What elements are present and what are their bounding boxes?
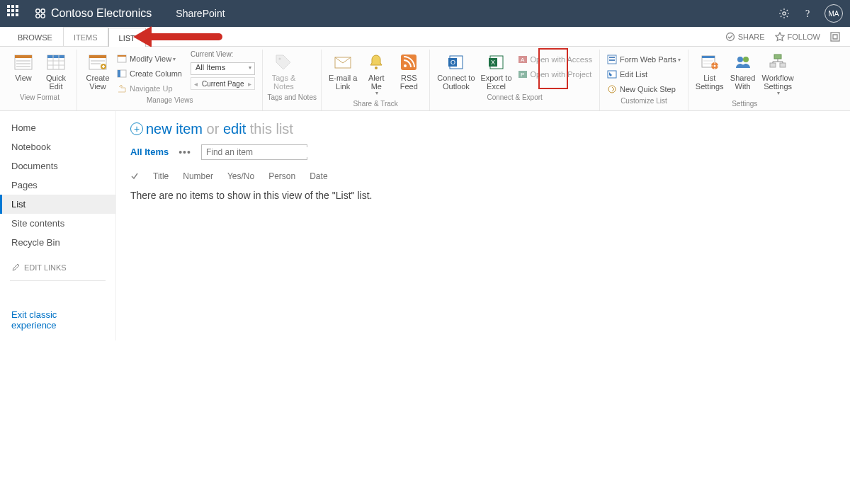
prev-page-icon[interactable]: ◂ <box>194 80 198 88</box>
col-number[interactable]: Number <box>183 171 213 181</box>
svg-rect-12 <box>16 66 30 67</box>
focus-content-icon[interactable] <box>830 32 843 42</box>
col-person[interactable]: Person <box>268 171 295 181</box>
ribbon-group-tags-notes: Tags & Notes Tags and Notes <box>263 50 322 110</box>
svg-rect-45 <box>702 56 715 58</box>
svg-rect-16 <box>89 55 106 58</box>
svg-rect-10 <box>16 60 30 62</box>
quick-edit-button[interactable]: Quick Edit <box>42 52 69 91</box>
current-page-nav[interactable]: ◂ Current Page ▸ <box>191 77 255 90</box>
new-item-link[interactable]: new item <box>146 121 203 137</box>
chevron-down-icon: ▾ <box>375 91 378 97</box>
svg-point-4 <box>783 12 786 15</box>
search-box[interactable] <box>201 144 307 160</box>
user-avatar[interactable]: MA <box>824 4 843 23</box>
export-excel-button[interactable]: X Export to Excel <box>481 52 512 91</box>
new-item-bar: + new item or edit this list <box>130 121 836 137</box>
form-web-parts-button[interactable]: Form Web Parts▾ <box>607 53 681 66</box>
svg-point-24 <box>279 58 281 60</box>
check-column-icon[interactable] <box>130 172 139 181</box>
follow-label: FOLLOW <box>788 33 820 41</box>
create-view-button[interactable]: Create View <box>84 52 111 91</box>
ribbon-group-manage-views: Create View Modify View▾ Create Column N… <box>77 50 263 110</box>
ribbon-group-connect-export: O Connect to Outlook X Export to Excel A… <box>430 50 600 110</box>
edit-list-link[interactable]: edit <box>223 121 246 137</box>
more-views-icon[interactable]: ••• <box>178 147 191 158</box>
svg-point-1 <box>41 9 45 13</box>
edit-links-button[interactable]: EDIT LINKS <box>0 259 115 276</box>
empty-list-message: There are no items to show in this view … <box>130 190 836 201</box>
share-label: SHARE <box>738 33 765 41</box>
svg-text:P: P <box>521 71 524 78</box>
svg-point-48 <box>737 57 743 62</box>
workflow-settings-button[interactable]: Workflow Settings▾ <box>762 52 794 97</box>
rss-feed-button[interactable]: RSS Feed <box>395 52 422 91</box>
svg-rect-7 <box>831 33 839 41</box>
email-link-button[interactable]: E-mail a Link <box>329 52 357 91</box>
new-quick-step-button[interactable]: New Quick Step <box>607 83 681 96</box>
nav-notebook[interactable]: Notebook <box>0 137 115 156</box>
exit-classic-link[interactable]: Exit classic experience <box>0 307 115 333</box>
col-yesno[interactable]: Yes/No <box>227 171 254 181</box>
app-launcher-icon[interactable] <box>7 5 24 22</box>
svg-point-2 <box>36 14 40 18</box>
view-button[interactable]: View <box>10 52 37 82</box>
current-view-select[interactable]: All Items▾ <box>191 62 255 75</box>
svg-rect-41 <box>609 59 615 61</box>
svg-rect-17 <box>91 60 105 62</box>
plus-icon[interactable]: + <box>130 122 143 135</box>
connect-outlook-button[interactable]: O Connect to Outlook <box>437 52 475 91</box>
quick-launch-nav: Home Notebook Documents Pages List Site … <box>0 111 116 340</box>
shared-with-button[interactable]: Shared With <box>730 52 756 91</box>
tab-browse[interactable]: BROWSE <box>7 27 63 47</box>
svg-rect-9 <box>15 55 32 58</box>
share-button[interactable]: SHARE <box>725 32 765 42</box>
list-settings-button[interactable]: List Settings <box>696 52 724 91</box>
col-title[interactable]: Title <box>153 171 169 181</box>
ribbon-tabs-bar: BROWSE ITEMS LIST SHARE FOLLOW <box>0 27 850 47</box>
nav-recycle-bin[interactable]: Recycle Bin <box>0 233 115 252</box>
suite-header: Contoso Electronics SharePoint ? MA <box>0 0 850 27</box>
svg-text:O: O <box>450 59 455 66</box>
help-icon[interactable]: ? <box>796 1 820 25</box>
create-column-button[interactable]: Create Column <box>117 67 182 80</box>
tenant-name: Contoso Electronics <box>51 7 152 20</box>
svg-rect-42 <box>608 71 616 78</box>
next-page-icon[interactable]: ▸ <box>248 80 251 88</box>
edit-list-button[interactable]: Edit List <box>607 68 681 81</box>
open-project-button[interactable]: P Open with Project <box>518 68 592 81</box>
svg-point-49 <box>743 57 749 62</box>
svg-rect-18 <box>91 63 101 64</box>
nav-home[interactable]: Home <box>0 118 115 137</box>
search-input[interactable] <box>206 147 312 157</box>
navigate-up-button[interactable]: Navigate Up <box>117 82 182 95</box>
svg-text:X: X <box>491 59 495 66</box>
settings-icon[interactable] <box>772 1 796 25</box>
tenant-logo-icon <box>34 7 47 20</box>
tab-items[interactable]: ITEMS <box>63 27 108 47</box>
chevron-down-icon: ▾ <box>173 56 176 62</box>
modify-view-button[interactable]: Modify View▾ <box>117 52 182 65</box>
annotation-arrow <box>146 27 231 47</box>
svg-rect-50 <box>774 55 781 59</box>
svg-point-0 <box>36 9 40 13</box>
nav-site-contents[interactable]: Site contents <box>0 214 115 233</box>
svg-rect-23 <box>118 70 120 77</box>
open-access-button[interactable]: A Open with Access <box>518 53 592 66</box>
svg-rect-51 <box>770 63 776 67</box>
view-all-items[interactable]: All Items <box>130 147 169 157</box>
chevron-down-icon: ▾ <box>249 64 251 71</box>
nav-pages[interactable]: Pages <box>0 176 115 195</box>
alert-me-button[interactable]: Alert Me▾ <box>363 52 390 97</box>
follow-button[interactable]: FOLLOW <box>775 32 820 42</box>
list-main-panel: + new item or edit this list All Items •… <box>116 111 850 340</box>
svg-rect-40 <box>609 57 615 58</box>
nav-list[interactable]: List <box>0 195 115 214</box>
ribbon-group-share-track: E-mail a Link Alert Me▾ RSS Feed Share &… <box>322 50 430 110</box>
svg-text:A: A <box>521 57 525 63</box>
col-date[interactable]: Date <box>310 171 327 181</box>
tags-notes-button[interactable]: Tags & Notes <box>270 52 297 91</box>
svg-point-3 <box>41 14 45 18</box>
svg-point-26 <box>375 67 378 69</box>
nav-documents[interactable]: Documents <box>0 156 115 176</box>
